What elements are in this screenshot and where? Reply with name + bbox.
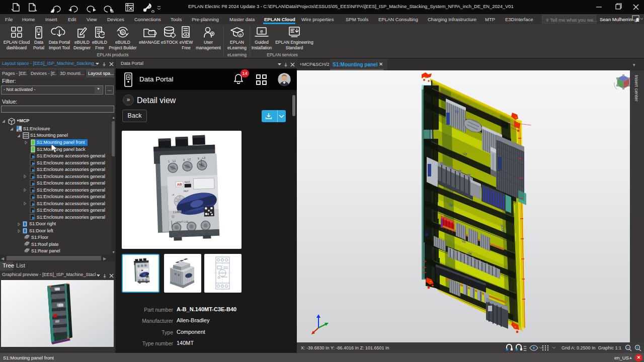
svg-text:5: 5 [198,157,199,160]
svg-text:e: e [260,29,263,34]
svg-text:1: 1 [168,160,170,163]
svg-text:T3: T3 [205,232,208,235]
svg-text:T2: T2 [190,233,194,236]
svg-text:L1: L1 [173,159,176,162]
svg-text:2: 2 [171,235,172,238]
svg-text:TEST: TEST [184,181,190,184]
svg-text:e: e [239,32,242,37]
svg-text:T1: T1 [175,234,179,237]
svg-text:-08: -08 [425,231,429,236]
svg-text:L3: L3 [202,156,205,159]
svg-text:LK: LK [172,194,174,196]
svg-text:L2: L2 [188,158,191,161]
svg-text:3: 3 [183,158,185,161]
svg-text:TRIP: TRIP [183,190,188,193]
svg-text:AB: AB [177,183,182,186]
svg-text:4: 4 [186,234,187,237]
svg-text:6: 6 [200,233,202,236]
